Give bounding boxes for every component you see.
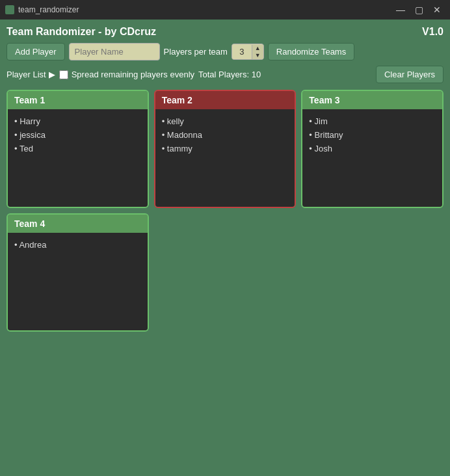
total-players: Total Players: 10 [198, 70, 261, 79]
team-card-4: Team 4• Andrea [7, 213, 149, 332]
player-list-arrow-icon: ▶ [49, 70, 55, 79]
list-item: • Harry [14, 114, 141, 128]
minimize-button[interactable]: — [393, 3, 408, 16]
players-per-team-label: Players per team [164, 47, 228, 57]
team-card-1: Team 1• Harry• jessica• Ted [7, 90, 149, 208]
list-item: • Josh [309, 142, 436, 155]
teams-grid-row1: Team 1• Harry• jessica• TedTeam 2• kelly… [7, 90, 443, 208]
team-body-2: • kelly• Madonna• tammy [155, 109, 295, 207]
app-container: Team Randomizer - by CDcruz V1.0 Add Pla… [0, 20, 450, 476]
players-per-team-spinner: 3 ▲ ▼ [232, 44, 264, 60]
clear-players-button[interactable]: Clear Players [376, 66, 443, 83]
list-item: • kelly [162, 114, 289, 128]
spread-label[interactable]: Spread remaining players evenly [59, 70, 194, 79]
player-list-toggle[interactable]: Player List ▶ [7, 70, 55, 79]
team-card-2: Team 2• kelly• Madonna• tammy [154, 90, 297, 208]
teams-grid-row2: Team 4• Andrea [7, 213, 443, 332]
team-card-3: Team 3• Jim• Brittany• Josh [301, 90, 443, 208]
team-header-3: Team 3 [302, 91, 442, 109]
spread-checkbox[interactable] [59, 70, 68, 79]
app-header: Team Randomizer - by CDcruz V1.0 [7, 26, 443, 38]
spread-label-text: Spread remaining players evenly [72, 70, 194, 79]
toolbar: Add Player Players per team 3 ▲ ▼ Random… [7, 43, 443, 60]
list-item: • Brittany [309, 128, 436, 142]
spinner-up-button[interactable]: ▲ [252, 45, 263, 52]
randomize-button[interactable]: Randomize Teams [268, 43, 354, 60]
app-icon [5, 5, 14, 14]
spinner-value: 3 [232, 44, 252, 59]
team-header-4: Team 4 [8, 215, 148, 233]
player-name-input[interactable] [69, 43, 160, 60]
list-item: • jessica [14, 128, 141, 142]
list-item: • Jim [309, 114, 436, 128]
spinner-down-button[interactable]: ▼ [252, 52, 263, 59]
title-bar: team_randomizer — ▢ ✕ [0, 0, 450, 20]
maximize-button[interactable]: ▢ [411, 3, 427, 16]
list-item: • Andrea [14, 238, 141, 252]
list-item: • tammy [162, 142, 289, 155]
team-header-1: Team 1 [8, 91, 148, 109]
title-bar-left: team_randomizer [5, 5, 79, 14]
title-bar-controls: — ▢ ✕ [393, 3, 445, 16]
spinner-arrows: ▲ ▼ [252, 45, 263, 59]
list-item: • Madonna [162, 128, 289, 142]
team-body-3: • Jim• Brittany• Josh [302, 109, 442, 207]
title-bar-name: team_randomizer [18, 5, 79, 14]
app-title: Team Randomizer - by CDcruz [7, 26, 156, 38]
close-button[interactable]: ✕ [429, 3, 445, 16]
team-body-1: • Harry• jessica• Ted [8, 109, 148, 207]
add-player-button[interactable]: Add Player [7, 43, 65, 60]
player-list-label-text: Player List [7, 70, 46, 79]
team-header-2: Team 2 [155, 91, 295, 109]
app-version: V1.0 [422, 26, 443, 38]
list-item: • Ted [14, 142, 141, 155]
options-bar: Player List ▶ Spread remaining players e… [7, 66, 443, 83]
team-body-4: • Andrea [8, 233, 148, 330]
